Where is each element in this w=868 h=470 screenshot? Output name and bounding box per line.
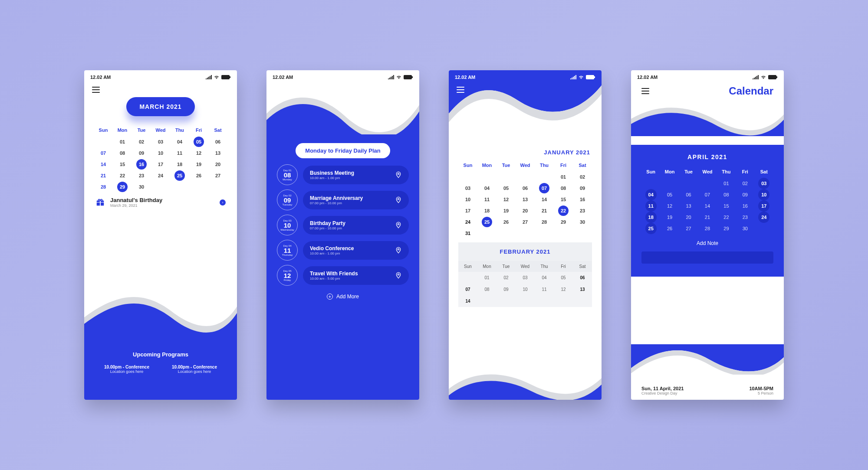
calendar-day[interactable]: 15	[554, 194, 573, 205]
calendar-day[interactable]: 23	[573, 205, 592, 216]
calendar-day[interactable]: 11	[641, 200, 660, 212]
calendar-day[interactable]: 22	[554, 205, 573, 216]
calendar-day[interactable]: 30	[573, 216, 592, 228]
calendar-day[interactable]: 03	[458, 183, 477, 194]
calendar-day[interactable]: 26	[660, 223, 679, 234]
chevron-right-icon[interactable]: ›	[220, 199, 226, 206]
calendar-day[interactable]: 15	[717, 200, 736, 212]
calendar-day[interactable]: 12	[660, 200, 679, 212]
calendar-day[interactable]: 23	[736, 212, 754, 223]
calendar-day[interactable]: 12	[189, 147, 208, 159]
calendar-day[interactable]: 06	[679, 189, 698, 200]
calendar-day[interactable]: 21	[94, 170, 113, 181]
calendar-day[interactable]: 24	[755, 212, 773, 223]
calendar-day[interactable]: 21	[698, 212, 717, 223]
calendar-day[interactable]: 18	[641, 212, 660, 223]
calendar-day[interactable]: 19	[660, 212, 679, 223]
calendar-day[interactable]: 08	[554, 183, 573, 194]
note-input[interactable]	[641, 251, 773, 264]
calendar-day[interactable]: 14	[698, 200, 717, 212]
calendar-day[interactable]: 01	[477, 272, 496, 284]
plan-item[interactable]: Day 0310Wednesday Birthday Party07.00 pm…	[277, 215, 409, 235]
calendar-day[interactable]: 07	[535, 183, 554, 194]
calendar-day[interactable]: 04	[170, 136, 189, 147]
calendar-day[interactable]: 05	[189, 136, 208, 147]
calendar-day[interactable]: 31	[458, 228, 477, 239]
calendar-day[interactable]: 01	[717, 178, 736, 189]
calendar-day[interactable]: 05	[660, 189, 679, 200]
calendar-day[interactable]: 09	[132, 147, 151, 159]
calendar-day[interactable]: 09	[496, 284, 516, 295]
calendar-day[interactable]: 06	[208, 136, 227, 147]
calendar-day[interactable]: 03	[151, 136, 170, 147]
calendar-day[interactable]: 24	[458, 216, 477, 228]
calendar-day[interactable]: 25	[170, 170, 189, 181]
calendar-day[interactable]: 11	[170, 147, 189, 159]
calendar-day[interactable]: 27	[208, 170, 227, 181]
calendar-day[interactable]: 02	[736, 178, 754, 189]
calendar-day[interactable]: 29	[113, 181, 132, 193]
event-row[interactable]: Jannatul's Birthday March 29, 2021 ›	[84, 193, 237, 212]
calendar-day[interactable]: 16	[132, 159, 151, 170]
calendar-day[interactable]: 14	[458, 295, 477, 307]
calendar-day[interactable]: 07	[458, 284, 477, 295]
plan-item[interactable]: Day 0209Tuesday Marriage Anniversary07.0…	[277, 189, 409, 210]
calendar-day[interactable]: 02	[573, 171, 592, 183]
calendar-day[interactable]: 18	[170, 159, 189, 170]
calendar-day[interactable]: 29	[717, 223, 736, 234]
calendar-day[interactable]: 22	[717, 212, 736, 223]
calendar-day[interactable]: 28	[698, 223, 717, 234]
calendar-day[interactable]: 12	[496, 194, 516, 205]
upcoming-item[interactable]: 10.00pm - Conference Location goes here	[104, 365, 149, 374]
calendar-day[interactable]: 15	[113, 159, 132, 170]
calendar-day[interactable]: 04	[535, 272, 554, 284]
calendar-day[interactable]: 17	[458, 205, 477, 216]
calendar-day[interactable]: 14	[535, 194, 554, 205]
calendar-day[interactable]: 10	[458, 194, 477, 205]
calendar-day[interactable]: 13	[516, 194, 535, 205]
calendar-day[interactable]: 03	[755, 178, 773, 189]
calendar-day[interactable]: 08	[477, 284, 496, 295]
plan-item[interactable]: Day 0512Friday Travel With Friends10.00 …	[277, 265, 409, 286]
calendar-day[interactable]: 13	[679, 200, 698, 212]
calendar-day[interactable]: 16	[573, 194, 592, 205]
calendar-day[interactable]: 09	[573, 183, 592, 194]
calendar-day[interactable]: 27	[516, 216, 535, 228]
calendar-day[interactable]: 13	[208, 147, 227, 159]
calendar-day[interactable]: 20	[516, 205, 535, 216]
calendar-day[interactable]: 16	[736, 200, 754, 212]
calendar-day[interactable]: 23	[132, 170, 151, 181]
calendar-day[interactable]: 11	[477, 194, 496, 205]
calendar-day[interactable]: 08	[717, 189, 736, 200]
calendar-day[interactable]: 10	[755, 189, 773, 200]
hamburger-icon[interactable]	[457, 87, 464, 93]
calendar-day[interactable]: 01	[554, 171, 573, 183]
calendar-day[interactable]: 06	[573, 272, 592, 284]
calendar-day[interactable]: 28	[535, 216, 554, 228]
calendar-day[interactable]: 30	[736, 223, 754, 234]
calendar-day[interactable]: 28	[94, 181, 113, 193]
calendar-day[interactable]: 17	[755, 200, 773, 212]
add-more-button[interactable]: + Add More	[266, 294, 419, 300]
upcoming-item[interactable]: 10.00pm - Conference Location goes here	[172, 365, 217, 374]
calendar-day[interactable]: 24	[151, 170, 170, 181]
calendar-day[interactable]: 03	[516, 272, 535, 284]
plan-item[interactable]: Day 0411Thursday Vedio Conference10.00 a…	[277, 240, 409, 261]
plan-item[interactable]: Day 0108Monday Business Meeting10.00 am …	[277, 164, 409, 185]
calendar-day[interactable]: 21	[535, 205, 554, 216]
calendar-day[interactable]: 19	[496, 205, 516, 216]
calendar-day[interactable]: 04	[477, 183, 496, 194]
hamburger-icon[interactable]	[641, 88, 649, 94]
calendar-day[interactable]: 07	[698, 189, 717, 200]
calendar-day[interactable]: 01	[113, 136, 132, 147]
calendar-day[interactable]: 20	[679, 212, 698, 223]
calendar-day[interactable]: 04	[641, 189, 660, 200]
calendar-day[interactable]: 20	[208, 159, 227, 170]
calendar-day[interactable]: 30	[132, 181, 151, 193]
calendar-day[interactable]: 14	[94, 159, 113, 170]
calendar-day[interactable]: 12	[554, 284, 573, 295]
calendar-day[interactable]: 08	[113, 147, 132, 159]
calendar-day[interactable]: 10	[151, 147, 170, 159]
calendar-day[interactable]: 02	[132, 136, 151, 147]
calendar-day[interactable]: 22	[113, 170, 132, 181]
